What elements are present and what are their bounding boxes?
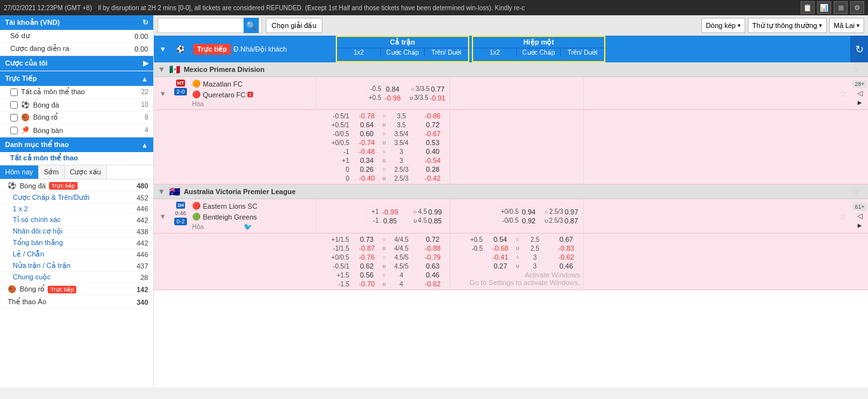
val1-1[interactable]: 0.84 xyxy=(383,85,403,93)
match-count-badge[interactable]: 28+ xyxy=(853,80,866,88)
eastern-star[interactable]: ☆ xyxy=(839,211,847,221)
val1-2[interactable]: -0.98 xyxy=(383,94,403,102)
ma-lai-label: Mã Lai xyxy=(834,22,855,29)
eastern-hoa-row: Hòa 🐦 xyxy=(192,222,313,232)
eastern-odds-row-1: +1 -0.99 xyxy=(365,207,402,216)
match-collapse-btn[interactable]: ▼ xyxy=(154,77,172,109)
report-icon-btn[interactable]: 📋 xyxy=(801,1,815,14)
sub-nuatran[interactable]: Nửa trận / Cả trận 437 xyxy=(0,260,153,272)
eastern-hiep-handicap-col[interactable]: +0/0.5 0.94 -0/0.5 0.92 xyxy=(494,206,539,227)
refresh-account-icon[interactable]: ↻ xyxy=(142,18,148,27)
bongda-row[interactable]: ⚽ Bóng đá 10 xyxy=(0,99,153,111)
all-sports-row[interactable]: Tất cả môn thể thao 22 xyxy=(0,86,153,99)
sub-lechan[interactable]: Lẻ / Chẵn 446 xyxy=(0,249,153,260)
ou-label-2: 3/3.5 xyxy=(414,94,428,101)
eastern-trenduoi-col[interactable]: ○ 4.5 0.99 υ 4.5 0.85 xyxy=(405,206,450,227)
play-icon[interactable]: ◁ xyxy=(857,89,862,97)
ou-val-2[interactable]: -0.91 xyxy=(430,94,446,102)
eastern-extra-hiep-mot: +0.5 0.54 ○ 2.5 0.67 -0.5 -0.68 υ 2.5 -0… xyxy=(450,234,584,290)
tab-som[interactable]: Sớm xyxy=(39,165,65,179)
league-star-mexico[interactable]: ☆ xyxy=(846,64,864,74)
sub-nhandoi-count: 438 xyxy=(137,228,148,235)
bongro-count: 8 xyxy=(144,114,148,121)
soccer-icon: ⚽ xyxy=(8,181,17,190)
league-row-australia[interactable]: ▼ 🇦🇺 Australia Victoria Premier League ☆ xyxy=(154,185,868,199)
eastern-ou-row-1: ○ 4.5 0.99 xyxy=(412,207,443,216)
sub-chungcuoc-label: Chung cuộc xyxy=(13,273,51,281)
forward-icon[interactable]: ► xyxy=(857,99,864,106)
sport-thethaoao[interactable]: Thể thao Áo 340 xyxy=(0,296,153,309)
e-row-5: +1.5 0.56 ○ 4 0.46 xyxy=(317,270,450,279)
ca-tran-handicap-col[interactable]: -0.5 0.84 +0.5 -0.98 xyxy=(361,83,405,104)
ca-tran-trenduoi-col[interactable]: ○ 3/3.5 0.77 υ 3/3.5 -0.91 xyxy=(405,83,450,104)
hiep-mot-1x2: 1x2 xyxy=(473,48,516,57)
sub-chungcuoc[interactable]: Chung cuộc 28 xyxy=(0,272,153,283)
league-expand-icon[interactable]: ▼ xyxy=(158,65,165,74)
cuoc-title[interactable]: Cược của tôi ▶ xyxy=(0,56,153,71)
sub-nhandoi[interactable]: Nhân đôi cơ hội 438 xyxy=(0,226,153,237)
team2-row: 🔴 Queretaro FC 1 xyxy=(192,89,313,100)
eastern-collapse-btn[interactable]: ▼ xyxy=(154,199,172,233)
bongban-checkbox-wrap[interactable]: 🏓 Bóng bàn xyxy=(10,126,63,134)
dong-kep-btn[interactable]: Dòng kép ▾ xyxy=(701,18,745,33)
bongban-checkbox[interactable] xyxy=(10,127,18,134)
activate-windows-watermark: Activate WindowsGo to Settings to activa… xyxy=(469,271,580,286)
eastern-handicap-col[interactable]: +1 -0.99 -1 0.85 xyxy=(361,206,405,227)
ma-lai-btn[interactable]: Mã Lai ▾ xyxy=(829,18,864,33)
ca-tran-cuocchap: Cước Chấp xyxy=(380,48,424,57)
sub-tongban[interactable]: Tổng bàn thắng 442 xyxy=(0,237,153,249)
sub-cuocchap-count: 452 xyxy=(137,194,148,202)
sport-bongda[interactable]: ⚽ Bóng đá Trực tiếp 480 xyxy=(0,179,153,192)
bongda-checkbox-wrap[interactable]: ⚽ Bóng đá xyxy=(10,101,59,109)
sport-bongro[interactable]: 🏀 Bóng rổ Trực tiếp 142 xyxy=(0,283,153,296)
ou-row-2: υ 3/3.5 -0.91 xyxy=(408,94,446,102)
refresh-button[interactable]: ↻ xyxy=(850,36,868,62)
extra-val1[interactable]: -0.78 xyxy=(351,112,382,120)
sub-nhandoi-label: Nhân đôi cơ hội xyxy=(13,227,62,235)
bongda-checkbox[interactable] xyxy=(10,101,18,109)
eastern-play-icon[interactable]: ◁ xyxy=(857,212,862,220)
tab-cuocxau[interactable]: Cược xấu xyxy=(65,165,107,179)
all-sports-subtitle[interactable]: Tất cả môn thể thao xyxy=(0,152,153,165)
tab-homnay[interactable]: Hôm nay xyxy=(0,165,39,179)
bongro-checkbox[interactable] xyxy=(10,114,18,122)
sub-cuocchap[interactable]: Cược Chấp & Trên/Dưới 452 xyxy=(0,192,153,204)
thu-tu-btn[interactable]: Thứ tự thông thường ▾ xyxy=(748,18,827,33)
account-title[interactable]: Tài khoản (VND) ↻ xyxy=(0,15,153,30)
eastern-team1-name: Eastern Lions SC xyxy=(203,202,258,210)
eastern-hiep-trenduoi-col[interactable]: ○ 2.5/3 0.97 υ 2.5/3 0.87 xyxy=(539,206,584,227)
sub-1x2[interactable]: 1 x 2 446 xyxy=(0,204,153,214)
bongro-checkbox-wrap[interactable]: 🏀 Bóng rổ xyxy=(10,113,58,122)
ht-badge: HT xyxy=(176,80,186,87)
eastern-forward-icon[interactable]: ► xyxy=(857,221,864,229)
league-star-aus[interactable]: ☆ xyxy=(846,186,864,197)
league-expand-aus[interactable]: ▼ xyxy=(158,187,165,196)
hoa-label: Hòa xyxy=(192,101,203,108)
chart-icon-btn[interactable]: 📊 xyxy=(817,1,831,14)
header-down-icon: ▼ xyxy=(160,45,167,53)
bongban-row[interactable]: 🏓 Bóng bàn 4 xyxy=(0,124,153,137)
all-sports-checkbox[interactable] xyxy=(10,88,18,96)
balance-value: 0.00 xyxy=(135,32,148,40)
search-input[interactable] xyxy=(161,22,244,29)
chon-giai-button[interactable]: Chọn giải đấu xyxy=(266,18,322,33)
tructiep-title[interactable]: Trực Tiếp ▲ xyxy=(0,71,153,86)
ou-val-1[interactable]: 0.77 xyxy=(431,85,444,93)
settings-icon-btn[interactable]: ⚙ xyxy=(850,1,864,14)
grid-icon-btn[interactable]: ⊞ xyxy=(834,1,848,14)
extra-row-8: 0 -0.40 υ 2.5/3 -0.42 xyxy=(317,174,450,183)
danhmuc-title[interactable]: Danh mục thể thao ▲ xyxy=(0,137,153,152)
eastern-count-badge[interactable]: 61+ xyxy=(853,203,866,211)
bongro-row[interactable]: 🏀 Bóng rổ 8 xyxy=(0,111,153,124)
eastern-collapse-icon: ▼ xyxy=(160,213,167,220)
ca-tran-1x2: 1x2 xyxy=(337,48,380,57)
league-row-mexico[interactable]: ▼ 🇲🇽 Mexico Primera Division ☆ xyxy=(154,62,868,77)
sub-tiso[interactable]: Tỉ số chính xác 442 xyxy=(0,214,153,226)
match-star-mexico[interactable]: ☆ xyxy=(839,88,847,99)
eh-row-1: +0.5 0.54 ○ 2.5 0.67 xyxy=(450,235,583,244)
top-bar: 27/02/2021 12:23PM (GMT +8) ll by disrup… xyxy=(0,0,868,15)
search-button[interactable]: 🔍 xyxy=(244,18,259,33)
all-sports-checkbox-wrap[interactable]: Tất cả môn thể thao xyxy=(10,88,85,96)
eastern-extra-rows: +1/1.5 0.73 ○ 4/4.5 0.72 -1/1.5 -0.87 υ … xyxy=(154,233,868,290)
e-row-2: -1/1.5 -0.87 υ 4/4.5 -0.88 xyxy=(317,244,450,253)
